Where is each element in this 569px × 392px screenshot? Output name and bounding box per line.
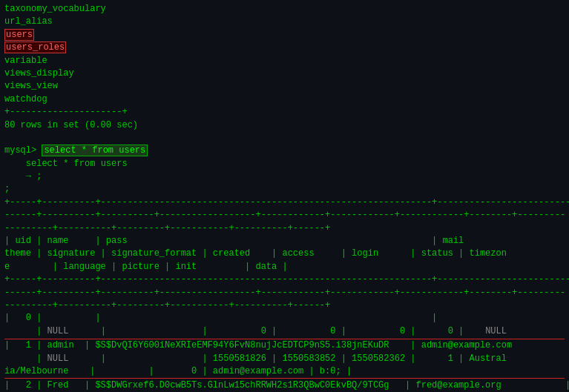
line-col-header-1: | uid | name | pass | mail | [4,235,565,248]
line-sep-top: +-----+----------+----------------------… [4,196,565,209]
line-views-view: views_view [4,80,565,93]
line-sep-header: +-----+----------+----------------------… [4,273,565,286]
command-select[interactable]: select * from users [42,144,148,156]
line-col-header-3: e | language | picture | init | data | [4,261,565,273]
users-highlight: users [4,29,34,41]
command-continuation: select * from users [26,159,128,169]
null-value-2: NULL [485,326,507,336]
line-taxonomy: taxonomy_vocabulary [4,3,565,16]
line-watchdog: watchdog [4,93,565,106]
terminal-window: taxonomy_vocabulary url_alias users user… [0,0,569,392]
line-arrow: → ; [4,170,565,183]
null-value-3: NULL [47,353,69,364]
row-1-highlight-box: | 1 | admin | $S$DvQI6Y600iNeXRIeEMF94Y6… [4,339,565,379]
row-0-line1: | 0 | | | | [4,312,565,325]
row-1-line1: | 1 | admin | $S$DvQI6Y600iNeXRIeEMF94Y6… [4,339,565,352]
line-col-header-2: theme | signature | signature_format | c… [4,248,565,260]
null-value-1: NULL [47,326,69,336]
line-variable: variable [4,55,565,67]
line-users-roles: users_roles [4,41,565,54]
line-sep-header-3: ---------+----------+---------+---------… [4,299,565,312]
row-0-line2: | NULL | | 0 | 0 | 0 | 0 | NULL [4,325,565,338]
line-blank-1 [4,132,565,144]
line-sep-header-2: ------+----------+----------+-----------… [4,287,565,299]
line-url-alias: url_alias [4,16,565,28]
line-sep-2: ------+----------+----------+-----------… [4,209,565,222]
line-separator-1: +---------------------+ [4,106,565,119]
line-command-cont: select * from users [4,158,565,170]
row-1-line2: | NULL | | 1550581826 | 1550583852 | 155… [4,353,565,365]
mysql-prompt: mysql> [4,145,36,156]
line-rowcount: 80 rows in set (0.00 sec) [4,119,565,132]
line-sep-3: ---------+----------+---------+---------… [4,222,565,235]
users-roles-highlight: users_roles [4,41,66,53]
row-1-line3: ia/Melbourne | | 0 | admin@example.com |… [4,365,565,378]
line-semicolon: ; [4,183,565,196]
line-views-display: views_display [4,67,565,80]
row-2-line1: | 2 | Fred | $S$DWGrxef6.D0cwB5Ts.GlnLw1… [4,379,565,392]
line-users: users [4,29,565,41]
line-prompt-command: mysql> select * from users [4,144,565,157]
